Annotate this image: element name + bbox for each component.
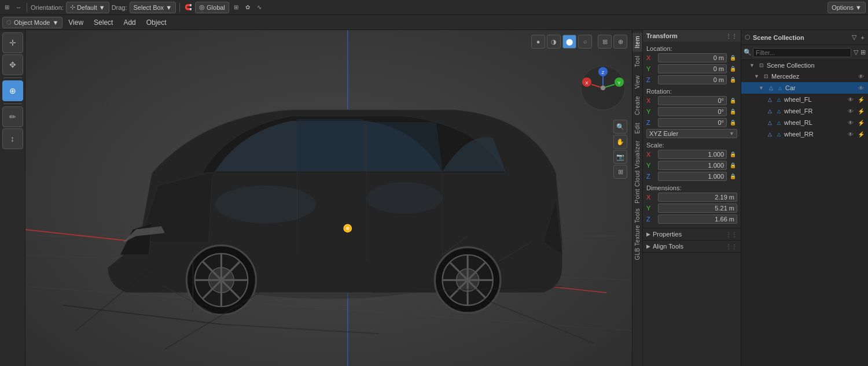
rot-z-lock[interactable]: 🔒 — [728, 118, 737, 127]
wrr-vis[interactable]: 👁 — [846, 130, 855, 139]
new-collection-icon[interactable]: + — [861, 34, 865, 41]
loc-x-lock[interactable]: 🔒 — [728, 53, 737, 62]
merc-expand[interactable]: ▼ — [754, 73, 761, 79]
scene-sort-icon[interactable]: ⊞ — [860, 49, 866, 56]
car-expand[interactable]: ▼ — [759, 85, 766, 91]
hand-icon[interactable]: ✋ — [613, 135, 627, 149]
gizmo-overlay[interactable]: Z Y X — [580, 65, 626, 111]
properties-collapsible-header[interactable]: ▶ Properties ⋮⋮ — [643, 228, 741, 240]
transform-header[interactable]: Transform ⋮⋮ — [643, 30, 741, 42]
wheel-rr-item[interactable]: △ △ wheel_RR 👁 ⚡ — [741, 128, 868, 140]
wheel-fl-label: wheel_FL — [784, 96, 845, 103]
loc-z-lock[interactable]: 🔒 — [728, 75, 737, 84]
rot-y-value[interactable]: 0° — [658, 107, 727, 116]
create-tab[interactable]: Create — [632, 93, 642, 119]
overlay-toggle[interactable]: ⊞ — [598, 35, 612, 49]
gizmo-toggle[interactable]: ⊕ — [613, 35, 627, 49]
rot-z-value[interactable]: 0° — [658, 118, 727, 127]
viewport-shading-wireframe[interactable]: ○ — [578, 35, 592, 49]
options-button[interactable]: Options ▼ — [827, 2, 866, 13]
drag-value: Select Box — [134, 4, 164, 11]
orientation-dropdown[interactable]: ⊹ Default ▼ — [66, 2, 109, 13]
wheel-fl-item[interactable]: △ △ wheel_FL 👁 ⚡ — [741, 94, 868, 105]
view-menu[interactable]: View — [64, 17, 88, 28]
proportional-dropdown[interactable]: ◎ Global — [195, 2, 229, 13]
rot-x-value[interactable]: 0° — [658, 96, 727, 105]
mirror-icon[interactable]: ⊞ — [231, 3, 241, 12]
scene-collection-item[interactable]: ▼ ⊡ Scene Collection — [741, 60, 868, 71]
dim-x-value[interactable]: 2.19 m — [658, 193, 737, 202]
grease-icon[interactable]: ✿ — [243, 3, 252, 12]
wfr-render[interactable]: ⚡ — [856, 106, 866, 116]
scale-y-value[interactable]: 1.000 — [658, 161, 727, 170]
measure-tool-btn[interactable]: ↕ — [2, 128, 23, 149]
mode-dropdown[interactable]: ⬡ Object Mode ▼ — [2, 17, 62, 28]
cursor-tool-btn[interactable]: ✛ — [2, 32, 23, 53]
tool-tab[interactable]: Tool — [632, 52, 642, 71]
rot-x-lock[interactable]: 🔒 — [728, 96, 737, 105]
scale-z-value[interactable]: 1.000 — [658, 172, 727, 181]
wheel-rl-item[interactable]: △ △ wheel_RL 👁 ⚡ — [741, 117, 868, 128]
dim-y-value[interactable]: 5.21 m — [658, 204, 737, 213]
wrr-render[interactable]: ⚡ — [856, 130, 866, 139]
annotate-tool-btn[interactable]: ✏ — [2, 106, 23, 127]
snap-icon[interactable]: 🧲 — [183, 3, 193, 12]
object-menu[interactable]: Object — [142, 17, 171, 28]
measure-icon: ↕ — [10, 134, 14, 143]
wrl-render[interactable]: ⚡ — [856, 118, 866, 127]
scene-tree-header: ⬡ Scene Collection ▽ + — [741, 30, 868, 45]
viewport[interactable]: User Perspective (0) Mercedez | Car — [25, 30, 632, 366]
svg-text:X: X — [585, 80, 589, 86]
view-tab[interactable]: View — [632, 72, 642, 93]
point-cloud-tab[interactable]: Point Cloud Visualizer — [632, 138, 642, 206]
drag-dropdown[interactable]: Select Box ▼ — [130, 2, 176, 13]
curve-icon[interactable]: ∿ — [255, 3, 264, 12]
rotation-mode-dropdown[interactable]: XYZ Euler ▼ — [646, 129, 737, 138]
move-tool-btn[interactable]: ✥ — [2, 54, 23, 75]
camera-view-icon[interactable]: 📷 — [613, 150, 627, 164]
add-menu[interactable]: Add — [119, 17, 140, 28]
wfl-vis[interactable]: 👁 — [846, 95, 855, 104]
loc-x-value[interactable]: 0 m — [658, 53, 727, 62]
scale-x-lock[interactable]: 🔒 — [728, 150, 737, 159]
viewport-shading-material[interactable]: ◑ — [547, 35, 561, 49]
sc-expand[interactable]: ▼ — [749, 62, 756, 68]
dim-z-value[interactable]: 1.66 m — [658, 215, 737, 224]
item-tab[interactable]: Item — [632, 32, 642, 51]
move-workspace-icon[interactable]: ↔ — [14, 3, 23, 12]
zoom-icon[interactable]: 🔍 — [613, 120, 627, 134]
wrl-vis[interactable]: 👁 — [846, 118, 855, 127]
layout-icon[interactable]: ⊞ — [613, 165, 627, 179]
wfl-render[interactable]: ⚡ — [856, 95, 866, 104]
mercedez-item[interactable]: ▼ ⊡ Mercedez 👁 — [741, 71, 868, 82]
loc-y-value[interactable]: 0 m — [658, 64, 727, 73]
mercedez-vis[interactable]: 👁 — [856, 72, 866, 81]
wheel-fr-item[interactable]: △ △ wheel_FR 👁 ⚡ — [741, 105, 868, 117]
scale-y-lock[interactable]: 🔒 — [728, 161, 737, 170]
scale-z-lock[interactable]: 🔒 — [728, 172, 737, 181]
select-menu[interactable]: Select — [89, 17, 117, 28]
scale-x-value[interactable]: 1.000 — [658, 150, 727, 159]
align-tools-collapsible-header[interactable]: ▶ Align Tools ⋮⋮ — [643, 241, 741, 252]
loc-y-lock[interactable]: 🔒 — [728, 64, 737, 73]
car-item[interactable]: ▼ △ △ Car 👁 — [741, 82, 868, 94]
glb-texture-tab[interactable]: GLB Texture Tools — [632, 206, 642, 263]
search-icon: 🔍 — [744, 49, 752, 56]
viewport-shading-solid[interactable]: ⬤ — [562, 35, 576, 49]
transform-title: Transform — [646, 32, 678, 39]
edit-tab[interactable]: Edit — [632, 119, 642, 137]
rot-y-lock[interactable]: 🔒 — [728, 107, 737, 116]
editor-type-icon[interactable]: ⊞ — [2, 3, 12, 12]
transform-tool-btn[interactable]: ⊕ — [2, 80, 23, 101]
viewport-shading-rendered[interactable]: ● — [531, 35, 545, 49]
btn-gap — [594, 35, 596, 49]
scene-filter-options[interactable]: ▽ — [854, 49, 858, 56]
car-vis[interactable]: 👁 — [856, 83, 866, 93]
scale-label: Scale: — [646, 141, 737, 150]
wheel-rr-label: wheel_RR — [784, 131, 845, 138]
wfr-vis[interactable]: 👁 — [846, 106, 855, 116]
scale-z-label: Z — [646, 173, 658, 180]
filter-icon[interactable]: ▽ — [852, 34, 856, 41]
search-input[interactable] — [753, 48, 851, 57]
loc-z-value[interactable]: 0 m — [658, 75, 727, 84]
